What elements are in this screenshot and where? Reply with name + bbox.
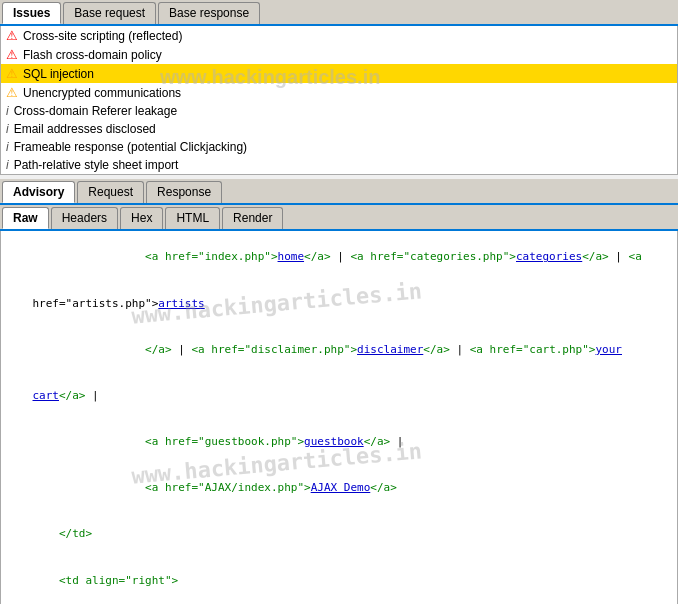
issue-label: Path-relative style sheet import — [14, 158, 179, 172]
info-icon: i — [6, 104, 9, 118]
info-icon: i — [6, 122, 9, 136]
issue-label: Frameable response (potential Clickjacki… — [14, 140, 247, 154]
info-icon: i — [6, 140, 9, 154]
tab-response[interactable]: Response — [146, 181, 222, 203]
info-icon: i — [6, 158, 9, 172]
issue-item[interactable]: i Path-relative style sheet import — [1, 156, 677, 174]
tab-html[interactable]: HTML — [165, 207, 220, 229]
warn-icon: ⚠ — [6, 85, 18, 100]
tab-hex[interactable]: Hex — [120, 207, 163, 229]
issue-item[interactable]: ⚠ Unencrypted communications — [1, 83, 677, 102]
issue-item-selected[interactable]: ⚠ SQL injection — [1, 64, 677, 83]
issue-label: SQL injection — [23, 67, 94, 81]
tab-headers[interactable]: Headers — [51, 207, 118, 229]
issue-label: Unencrypted communications — [23, 86, 181, 100]
code-line: <a href="AJAX/index.php">AJAX Demo</a> — [6, 465, 672, 511]
code-line: </a> | <a href="disclaimer.php">disclaim… — [6, 326, 672, 372]
error-icon: ⚠ — [6, 28, 18, 43]
issue-item[interactable]: ⚠ Cross-site scripting (reflected) — [1, 26, 677, 45]
code-line: cart</a> | — [6, 373, 672, 419]
issue-label: Cross-site scripting (reflected) — [23, 29, 182, 43]
code-panel: www.hackingarticles.in www.hackingarticl… — [0, 231, 678, 604]
tab-request[interactable]: Request — [77, 181, 144, 203]
tab-bar-main: Issues Base request Base response — [0, 0, 678, 26]
issue-item[interactable]: i Email addresses disclosed — [1, 120, 677, 138]
issue-item[interactable]: i Cross-domain Referer leakage — [1, 102, 677, 120]
code-line: href="artists.php">artists — [6, 280, 672, 326]
issue-label: Email addresses disclosed — [14, 122, 156, 136]
tab-bar-raw: Raw Headers Hex HTML Render — [0, 205, 678, 231]
code-line: </td> — [6, 511, 672, 557]
warn-icon: ⚠ — [6, 66, 18, 81]
code-line: <td align="right"> — [6, 557, 672, 603]
code-line: <a href="guestbook.php">guestbook</a> | — [6, 419, 672, 465]
tab-issues[interactable]: Issues — [2, 2, 61, 24]
issue-item[interactable]: i Frameable response (potential Clickjac… — [1, 138, 677, 156]
code-line: <a href="index.php">home</a> | <a href="… — [6, 234, 672, 280]
error-icon: ⚠ — [6, 47, 18, 62]
issue-label: Flash cross-domain policy — [23, 48, 162, 62]
issue-label: Cross-domain Referer leakage — [14, 104, 177, 118]
tab-base-request[interactable]: Base request — [63, 2, 156, 24]
tab-raw[interactable]: Raw — [2, 207, 49, 229]
issue-item[interactable]: ⚠ Flash cross-domain policy — [1, 45, 677, 64]
tab-render[interactable]: Render — [222, 207, 283, 229]
issues-panel: ⚠ Cross-site scripting (reflected) ⚠ Fla… — [0, 26, 678, 175]
tab-advisory[interactable]: Advisory — [2, 181, 75, 203]
tab-bar-advisory: Advisory Request Response — [0, 179, 678, 205]
tab-base-response[interactable]: Base response — [158, 2, 260, 24]
issues-list: ⚠ Cross-site scripting (reflected) ⚠ Fla… — [0, 26, 678, 175]
